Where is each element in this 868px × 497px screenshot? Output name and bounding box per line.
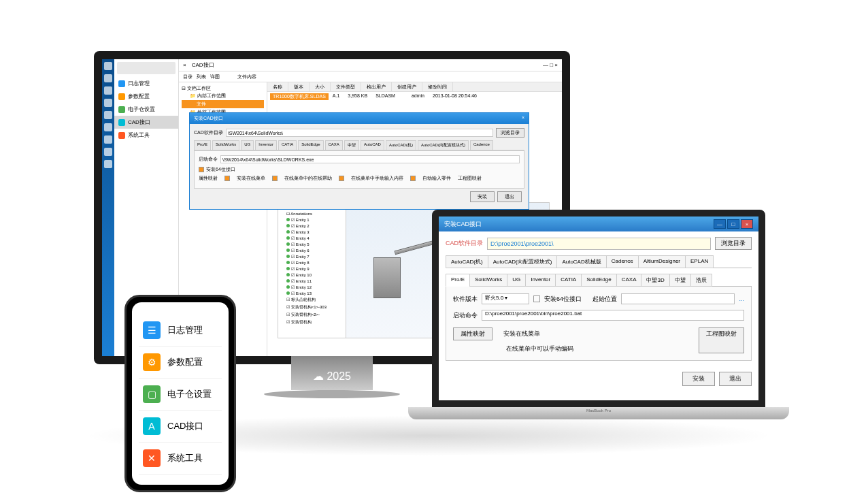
cad-tab[interactable]: 中望 <box>669 274 691 287</box>
64bit-checkbox[interactable] <box>533 295 540 302</box>
cad-tab[interactable]: AutoCAD(向配置模块式) <box>418 140 469 150</box>
minimize-icon[interactable]: — <box>714 219 726 229</box>
sidebar-item[interactable]: 参数配置 <box>114 90 178 103</box>
cad-tab[interactable]: Inventor <box>255 140 277 150</box>
menu-icon: ☰ <box>143 321 161 339</box>
cad-tab[interactable]: CATIA <box>555 274 582 287</box>
search-input[interactable] <box>117 62 176 74</box>
cad-tab[interactable]: AltiumDesigner <box>638 255 686 268</box>
start-cmd-input[interactable]: D:\proe2001\proe2001\bin\proe2001.bat <box>482 310 744 321</box>
sidebar-item[interactable]: 日志管理 <box>114 77 178 90</box>
cad-tab[interactable]: SolidEdge <box>298 140 323 150</box>
laptop-dialog-title: 安装CAD接口 <box>444 220 482 229</box>
cad-tab[interactable]: AutoCAD(向配置模块式) <box>488 255 558 268</box>
cad-tab[interactable]: Inventor <box>525 274 556 287</box>
cad-path-input[interactable] <box>226 129 493 137</box>
toolbar: 目录 列表 详图 文件内容 <box>179 71 562 82</box>
start-cmd-input[interactable] <box>220 155 520 163</box>
menu-icon: ⚙ <box>143 353 161 371</box>
close-icon[interactable]: × <box>741 219 753 229</box>
version-select[interactable]: 野火5.0 ▾ <box>482 293 529 304</box>
content-tab-bar: ×CAD接口 — □ × <box>179 59 562 71</box>
menu-icon: A <box>143 417 161 435</box>
dialog-title: 安装CAD接口 <box>194 115 223 122</box>
phone-menu-item[interactable]: ACAD接口 <box>139 411 222 443</box>
cad-tab[interactable]: Cadence <box>470 140 493 150</box>
eng-map-button[interactable]: 工程图映射 <box>699 327 744 353</box>
laptop-mockup: 安装CAD接口 — □ × CAD软件目录 D:\proe2001\proe20… <box>408 210 789 428</box>
cad-tab[interactable]: CAXA <box>325 140 343 150</box>
cad-tab[interactable]: 中望 <box>344 140 359 150</box>
phone-mockup: ☰日志管理⚙参数配置▢电子仓设置ACAD接口✕系统工具 <box>124 295 236 492</box>
menu-icon: ✕ <box>143 449 161 467</box>
install-cad-dialog: 安装CAD接口 × CAD软件目录 浏览目录 Pro/ESolidWorksUG… <box>189 112 529 210</box>
cad-tab[interactable]: CATIA <box>278 140 297 150</box>
browse-button[interactable]: 浏览目录 <box>496 128 524 138</box>
cad-tab[interactable]: UG <box>241 140 254 150</box>
phone-menu-item[interactable]: ⚙参数配置 <box>139 347 222 379</box>
cad-tab[interactable]: SolidWorks <box>469 274 507 287</box>
cad-tab[interactable]: AutoCAD机械版 <box>556 255 606 268</box>
sidebar-item[interactable]: 系统工具 <box>114 129 178 142</box>
cad-path-input[interactable]: D:\proe2001\proe2001\ <box>487 238 711 250</box>
table-row[interactable]: TR1000数字机床.SLDAS A.1 3,958 KB SLDASM adm… <box>267 92 562 101</box>
browse-button[interactable]: 浏览目录 <box>715 237 752 250</box>
cad-tab[interactable]: AutoCAD <box>361 140 384 150</box>
sidebar-item[interactable]: CAD接口 <box>114 116 178 129</box>
cad-tab[interactable]: SolidEdge <box>581 274 616 287</box>
attr-map-button[interactable]: 属性映射 <box>199 175 218 182</box>
cad-tab[interactable]: AutoCAD(机) <box>386 140 416 150</box>
cad-tab[interactable]: Cadence <box>606 255 639 268</box>
monitor-logo: ☁ 2025 <box>313 370 351 383</box>
cad-tab[interactable]: Pro/E <box>194 140 211 150</box>
exit-button[interactable]: 退出 <box>719 372 752 386</box>
close-icon[interactable]: × <box>522 115 524 122</box>
cad-tab[interactable]: AutoCAD(机) <box>446 255 488 268</box>
start-pos-input[interactable] <box>621 293 735 304</box>
exit-button[interactable]: 退出 <box>497 191 522 202</box>
app-icon-rail <box>102 59 114 356</box>
menu-icon: ▢ <box>143 385 161 403</box>
eng-map-button[interactable]: 工程图映射 <box>458 175 482 182</box>
phone-menu-item[interactable]: ✕系统工具 <box>139 443 222 475</box>
cad-tab[interactable]: UG <box>507 274 526 287</box>
cad-tab[interactable]: 中望3D <box>641 274 669 287</box>
phone-menu-item[interactable]: ☰日志管理 <box>139 315 222 347</box>
install-button[interactable]: 安装 <box>682 372 715 386</box>
phone-menu-item[interactable]: ▢电子仓设置 <box>139 379 222 411</box>
tab-cad[interactable]: CAD接口 <box>192 61 214 69</box>
cad-tab[interactable]: Pro/E <box>446 274 470 287</box>
maximize-icon[interactable]: □ <box>727 219 739 229</box>
attr-map-button[interactable]: 属性映射 <box>453 327 493 340</box>
cad-tab[interactable]: SolidWorks <box>212 140 239 150</box>
cad-tab[interactable]: CAXA <box>616 274 642 287</box>
install-button[interactable]: 安装 <box>470 191 495 202</box>
cad-tab[interactable]: EPLAN <box>685 255 714 268</box>
cad-tab[interactable]: 浩辰 <box>690 274 712 287</box>
sidebar-item[interactable]: 电子仓设置 <box>114 103 178 116</box>
